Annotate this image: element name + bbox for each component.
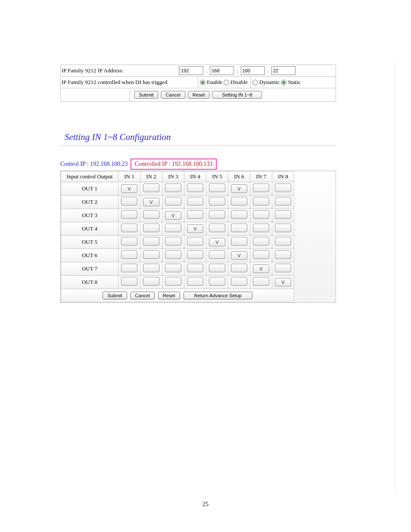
matrix-toggle-out2-in6[interactable] — [231, 197, 247, 205]
static-radio[interactable] — [281, 80, 286, 85]
matrix-toggle-out8-in4[interactable] — [187, 277, 203, 286]
ip-octet-3[interactable] — [241, 66, 265, 75]
matrix-toggle-out7-in2[interactable] — [143, 264, 159, 272]
matrix-toggle-out4-in4[interactable]: V — [187, 224, 203, 233]
setting-in18-button[interactable]: Setting IN 1~8 — [212, 91, 262, 99]
matrix-toggle-out5-in3[interactable] — [165, 237, 181, 246]
matrix-toggle-out3-in3[interactable]: V — [165, 211, 181, 220]
matrix-toggle-out8-in1[interactable] — [121, 277, 137, 286]
matrix-toggle-out1-in2[interactable] — [143, 184, 159, 192]
matrix-toggle-out3-in2[interactable] — [143, 210, 159, 219]
matrix-cancel-button[interactable]: Cancel — [131, 292, 155, 299]
matrix-toggle-out4-in2[interactable] — [143, 224, 159, 232]
matrix-toggle-out2-in2[interactable]: V — [143, 198, 159, 206]
matrix-toggle-out5-in2[interactable] — [143, 237, 159, 246]
disable-radio[interactable] — [224, 80, 229, 85]
matrix-toggle-out7-in6[interactable] — [231, 264, 247, 272]
matrix-toggle-out7-in8[interactable] — [275, 264, 291, 272]
matrix-toggle-out6-in8[interactable] — [275, 250, 291, 259]
matrix-cell — [162, 262, 184, 276]
dynamic-radio[interactable] — [252, 80, 258, 85]
matrix-toggle-out6-in3[interactable] — [165, 250, 181, 259]
matrix-reset-button[interactable]: Reset — [158, 292, 180, 299]
matrix-cell — [272, 182, 294, 196]
controlled-ip-label: Controlled IP : 192.168.100.133 — [135, 161, 213, 167]
matrix-toggle-out6-in5[interactable] — [209, 250, 225, 259]
matrix-toggle-out6-in7[interactable] — [253, 250, 269, 259]
matrix-toggle-out6-in1[interactable] — [121, 250, 137, 259]
enable-radio[interactable] — [200, 80, 206, 85]
matrix-toggle-out5-in7[interactable] — [253, 237, 269, 246]
ip-octet-2[interactable] — [210, 66, 234, 75]
matrix-cell: V — [272, 276, 294, 289]
matrix-toggle-out2-in7[interactable] — [253, 197, 269, 205]
matrix-toggle-out7-in1[interactable] — [121, 264, 137, 272]
matrix-toggle-out4-in3[interactable] — [165, 224, 181, 232]
matrix-cell — [118, 209, 140, 222]
section-divider — [60, 145, 336, 146]
reset-button[interactable]: Reset — [188, 91, 210, 99]
matrix-toggle-out7-in5[interactable] — [209, 264, 225, 272]
matrix-toggle-out8-in2[interactable] — [143, 277, 159, 286]
matrix-header-in6: IN 6 — [228, 171, 250, 182]
matrix-toggle-out5-in6[interactable] — [231, 237, 247, 246]
enable-label: Enable — [207, 79, 222, 86]
matrix-toggle-out7-in3[interactable] — [165, 264, 181, 272]
matrix-toggle-out1-in6[interactable]: V — [231, 184, 247, 193]
matrix-toggle-out8-in7[interactable] — [253, 277, 269, 286]
return-advance-setup-button[interactable]: Return Advance Setup — [184, 292, 252, 299]
matrix-toggle-out1-in7[interactable] — [253, 184, 269, 192]
matrix-toggle-out8-in3[interactable] — [165, 277, 181, 286]
matrix-toggle-out2-in8[interactable] — [275, 197, 291, 205]
matrix-toggle-out8-in5[interactable] — [209, 277, 225, 286]
matrix-toggle-out2-in1[interactable] — [121, 197, 137, 205]
cancel-button[interactable]: Cancel — [161, 91, 185, 99]
matrix-toggle-out4-in5[interactable] — [209, 224, 225, 232]
matrix-toggle-out4-in6[interactable] — [231, 224, 247, 232]
matrix-toggle-out6-in6[interactable]: V — [231, 251, 247, 260]
matrix-toggle-out7-in7[interactable]: V — [253, 264, 269, 273]
matrix-toggle-out1-in3[interactable] — [165, 184, 181, 192]
matrix-toggle-out3-in5[interactable] — [209, 210, 225, 219]
matrix-toggle-out3-in1[interactable] — [121, 210, 137, 219]
submit-button[interactable]: Submit — [134, 91, 158, 99]
matrix-toggle-out1-in8[interactable] — [275, 184, 291, 192]
matrix-cell — [206, 249, 228, 262]
matrix-toggle-out7-in4[interactable] — [187, 264, 203, 272]
matrix-toggle-out3-in8[interactable] — [275, 210, 291, 219]
table-row: OUT 5V — [61, 236, 294, 249]
matrix-toggle-out4-in8[interactable] — [275, 224, 291, 232]
matrix-cell — [228, 236, 250, 249]
ip-octet-4[interactable] — [271, 66, 296, 75]
matrix-toggle-out5-in1[interactable] — [121, 237, 137, 246]
matrix-toggle-out4-in7[interactable] — [253, 224, 269, 232]
ip-octet-1[interactable] — [179, 66, 203, 75]
matrix-toggle-out6-in4[interactable] — [187, 250, 203, 259]
matrix-toggle-out5-in5[interactable]: V — [209, 238, 225, 246]
matrix-toggle-out3-in6[interactable] — [231, 210, 247, 219]
matrix-toggle-out8-in8[interactable]: V — [275, 278, 291, 286]
matrix-toggle-out2-in5[interactable] — [209, 197, 225, 205]
matrix-header-in8: IN 8 — [272, 171, 294, 182]
matrix-toggle-out5-in4[interactable] — [187, 237, 203, 246]
matrix-cell — [184, 196, 206, 209]
matrix-toggle-out1-in5[interactable] — [209, 184, 225, 192]
matrix-cell — [140, 222, 162, 236]
matrix-cell — [272, 249, 294, 262]
matrix-toggle-out4-in1[interactable] — [121, 224, 137, 232]
matrix-cell — [162, 222, 184, 236]
table-row: OUT 6V — [61, 249, 294, 262]
matrix-toggle-out6-in2[interactable] — [143, 250, 159, 259]
matrix-toggle-out2-in3[interactable] — [165, 197, 181, 205]
matrix-submit-button[interactable]: Submit — [103, 292, 127, 299]
matrix-cell — [184, 276, 206, 289]
matrix-toggle-out8-in6[interactable] — [231, 277, 247, 286]
matrix-toggle-out5-in8[interactable] — [275, 237, 291, 246]
matrix-cell — [162, 182, 184, 196]
matrix-toggle-out2-in4[interactable] — [187, 197, 203, 205]
matrix-toggle-out3-in7[interactable] — [253, 210, 269, 219]
matrix-toggle-out1-in1[interactable]: V — [121, 184, 137, 193]
matrix-toggle-out1-in4[interactable] — [187, 184, 203, 192]
table-row: OUT 1VV — [61, 182, 294, 196]
matrix-toggle-out3-in4[interactable] — [187, 210, 203, 219]
